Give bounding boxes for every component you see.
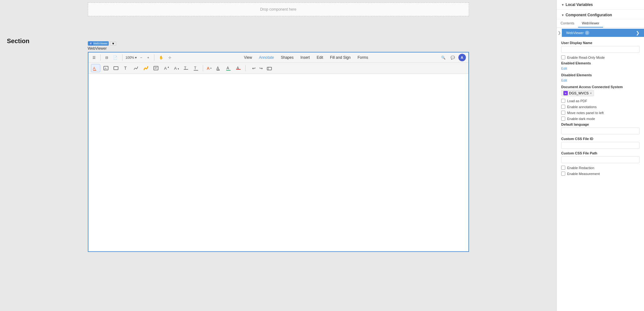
- webviewer-icon-badge: WebViewer: [88, 41, 109, 46]
- custom-css-path-row: Custom CSS File Path: [561, 151, 640, 163]
- toolbar-top: ☰ ⊟ 📄 100% ▾ − +: [88, 53, 468, 63]
- user-display-name-input[interactable]: [561, 46, 640, 53]
- dgs-tag-remove-btn[interactable]: ×: [590, 92, 592, 95]
- webviewer-wrapper: WebViewer ▼ WebViewer ☰ ⊟ 📄: [88, 41, 469, 252]
- rectangle-btn[interactable]: [112, 64, 120, 72]
- zoom-value: 100%: [126, 56, 134, 59]
- tab-edit[interactable]: Edit: [313, 54, 326, 61]
- comment-icon: 💬: [451, 56, 455, 60]
- strike-color-btn[interactable]: A: [234, 64, 243, 72]
- custom-css-path-input[interactable]: [561, 156, 640, 163]
- color-picker-btn[interactable]: A ▾: [206, 65, 213, 71]
- default-language-input[interactable]: [561, 128, 640, 134]
- redo-btn[interactable]: ↪: [258, 64, 264, 72]
- text-down-btn[interactable]: A▼: [172, 64, 180, 72]
- webviewer-config-expand-btn[interactable]: ❯: [636, 30, 640, 35]
- enable-readonly-checkbox[interactable]: [561, 55, 565, 59]
- svg-text:T: T: [194, 66, 197, 70]
- webviewer-config-item[interactable]: WebViewer i ❯: [562, 29, 644, 37]
- search-btn[interactable]: 🔍: [440, 55, 447, 61]
- avatar-btn[interactable]: A: [458, 54, 466, 61]
- strikethrough-btn[interactable]: T: [182, 64, 190, 72]
- svg-text:▼: ▼: [177, 68, 179, 70]
- tab-webviewer[interactable]: WebViewer: [578, 19, 603, 28]
- zoom-in-btn[interactable]: +: [146, 55, 151, 60]
- webviewer-label-row: WebViewer ▼: [88, 41, 469, 46]
- webviewer-box: ☰ ⊟ 📄 100% ▾ − +: [88, 52, 469, 252]
- dgs-tag: π DGS_WVCS ×: [561, 90, 594, 96]
- freehand-highlight-btn[interactable]: [142, 64, 150, 72]
- enable-measurement-checkbox[interactable]: [561, 172, 565, 176]
- document-access-row: Document Access Connected System π DGS_W…: [561, 85, 640, 96]
- selection-tool-btn[interactable]: ⊹: [167, 55, 173, 61]
- tab-fill-sign[interactable]: Fill and Sign: [327, 54, 354, 61]
- custom-css-path-label: Custom CSS File Path: [561, 151, 640, 155]
- svg-text:A: A: [227, 66, 229, 70]
- zoom-out-icon: −: [140, 56, 142, 59]
- svg-text:A: A: [217, 66, 219, 70]
- file-btn[interactable]: 📄: [112, 55, 119, 61]
- avatar-initial: A: [461, 56, 463, 59]
- tab-insert[interactable]: Insert: [297, 54, 313, 61]
- nav-tabs: View Annotate Shapes Insert Edit: [175, 54, 438, 61]
- text-btn[interactable]: T: [122, 64, 130, 72]
- component-config-header[interactable]: ▼ Component Configuration: [561, 13, 640, 17]
- comment-btn[interactable]: 💬: [449, 55, 457, 61]
- webviewer-dropdown-btn[interactable]: ▼: [110, 42, 116, 46]
- load-as-pdf-checkbox[interactable]: [561, 99, 565, 103]
- area-highlight-btn[interactable]: A: [102, 64, 110, 72]
- tab-contents[interactable]: Contents: [557, 19, 578, 28]
- component-config-label: Component Configuration: [566, 13, 612, 17]
- tab-view[interactable]: View: [241, 54, 255, 61]
- pan-icon: ✋: [159, 56, 163, 60]
- document-access-label: Document Access Connected System: [561, 85, 640, 89]
- drop-zone[interactable]: Drop component here: [88, 3, 469, 16]
- custom-css-id-label: Custom CSS File ID: [561, 137, 640, 141]
- color-a-label: A: [207, 66, 210, 71]
- undo-icon: ↩: [252, 66, 256, 71]
- highlight-btn[interactable]: A: [91, 64, 100, 72]
- enable-dark-mode-row: Enable dark mode: [561, 117, 640, 121]
- sticky-note-btn[interactable]: [152, 64, 160, 72]
- svg-text:A: A: [105, 67, 107, 70]
- svg-text:▲: ▲: [167, 66, 169, 68]
- pan-tool-btn[interactable]: ✋: [157, 55, 165, 61]
- tab-forms[interactable]: Forms: [354, 54, 371, 61]
- enabled-elements-label: Enabled Elements: [561, 61, 640, 65]
- panel-toggle-btn[interactable]: ⊟: [104, 55, 110, 61]
- component-config-arrow: ▼: [561, 13, 564, 17]
- hamburger-menu-btn[interactable]: ☰: [91, 55, 97, 61]
- svg-rect-7: [154, 66, 158, 70]
- text-up-btn[interactable]: A▲: [162, 64, 170, 72]
- color-dropdown-arrow: ▾: [210, 67, 212, 70]
- arrow-connector: ❯: [557, 28, 562, 38]
- underline-color-btn[interactable]: A: [224, 64, 233, 72]
- zoom-display: 100% ▾: [126, 56, 137, 60]
- enable-readonly-row: Enable Read-Only Mode: [561, 55, 640, 59]
- font-color-btn[interactable]: A: [214, 64, 223, 72]
- enabled-elements-edit-link[interactable]: Edit: [561, 67, 567, 70]
- tab-annotate[interactable]: Annotate: [256, 54, 277, 61]
- underline-btn[interactable]: T: [192, 64, 200, 72]
- local-vars-header[interactable]: ▼ Local Variables: [561, 3, 640, 7]
- component-tabs: Contents WebViewer: [557, 19, 644, 28]
- undo-btn[interactable]: ↩: [251, 64, 257, 72]
- right-panel: ▼ Local Variables ▼ Component Configurat…: [557, 0, 644, 311]
- tab-shapes[interactable]: Shapes: [278, 54, 297, 61]
- disabled-elements-edit-link[interactable]: Edit: [561, 78, 567, 82]
- custom-css-id-input[interactable]: [561, 142, 640, 149]
- enable-dark-mode-checkbox[interactable]: [561, 117, 565, 121]
- hamburger-icon: ☰: [92, 56, 96, 60]
- freehand-btn[interactable]: [132, 64, 140, 72]
- move-notes-panel-row: Move notes panel to left: [561, 111, 640, 115]
- load-as-pdf-label: Load as PDF: [567, 99, 587, 103]
- zoom-out-btn[interactable]: −: [139, 55, 144, 60]
- local-vars-label: Local Variables: [566, 3, 593, 7]
- enable-redaction-checkbox[interactable]: [561, 166, 565, 170]
- user-display-name-row: User Display Name: [561, 41, 640, 53]
- enable-annotations-checkbox[interactable]: [561, 105, 565, 109]
- local-vars-arrow: ▼: [561, 3, 564, 7]
- erase-btn[interactable]: [265, 64, 274, 72]
- move-notes-checkbox[interactable]: [561, 111, 565, 115]
- enable-readonly-label: Enable Read-Only Mode: [567, 56, 605, 59]
